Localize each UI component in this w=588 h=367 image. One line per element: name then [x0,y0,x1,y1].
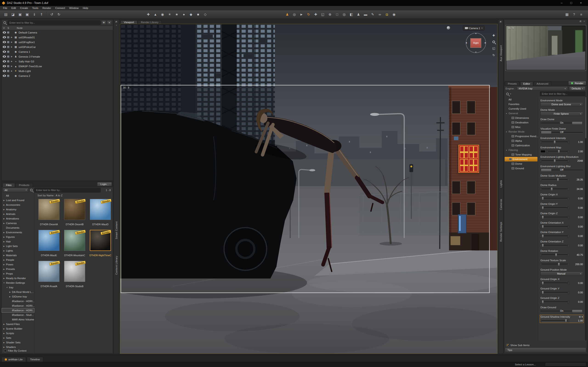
visibility-eye-icon[interactable] [3,56,6,58]
category-item[interactable]: ▶ Cameras [2,221,35,225]
menu-item[interactable]: Help [81,7,90,9]
expand-arrow-icon[interactable]: ▶ [3,250,5,252]
frame-view-icon[interactable]: ◱ [492,47,495,50]
parameter-row[interactable]: Environment Intensity 1.00 1.00 [540,136,584,144]
menu-item[interactable]: Window [67,7,81,9]
selectable-icon[interactable] [7,60,9,63]
side-tab[interactable]: Cameras [500,199,502,210]
tab-products[interactable]: Products [15,183,33,187]
expand-arrow-icon[interactable]: ▶ [3,337,5,339]
window-menu-icon[interactable]: ≡ [578,11,584,17]
parameter-slider[interactable]: 200.00 [540,262,583,266]
parameter-row[interactable]: Dome Orientation X 0.00 0.00 [540,221,584,229]
render-button[interactable]: Render [568,81,586,85]
universal-manipulator-icon[interactable]: ◎ [291,11,297,17]
show-sub-items-checkbox[interactable] [506,344,509,347]
category-item[interactable]: iRadiance - HDRI... [2,299,35,303]
settings-nav-item[interactable]: Ground [504,166,538,171]
selectable-icon[interactable] [7,46,9,48]
category-item[interactable]: ▶ Environments [2,230,35,235]
selectable-icon[interactable] [7,75,9,77]
settings-nav-item[interactable]: Optimization [504,143,538,148]
create-camera-icon[interactable]: ◉ [159,11,166,17]
create-null-icon[interactable]: ✚ [145,11,151,17]
defaults-button[interactable]: Defaults [569,86,586,91]
settings-nav-item[interactable]: ▼ Environment [505,157,537,161]
expand-arrow-icon[interactable]: ▶ [3,342,5,344]
parameter-slider[interactable]: 0.00 [540,225,583,229]
thumbnail-image[interactable]: Render [38,199,60,220]
menu-item[interactable]: Create [18,7,30,9]
side-tab[interactable]: Lights [500,180,502,187]
filter-by-context-checkbox[interactable] [4,349,7,352]
lock-icon[interactable]: ◘ [384,11,390,17]
active-pose-tool-icon[interactable]: ⊕ [327,11,333,17]
slider-nub[interactable] [555,253,557,257]
scene-node-row[interactable]: ▶ ▦ us03FogBox1 [2,40,113,44]
expand-arrow-icon[interactable]: ▶ [9,291,11,293]
tab-presets[interactable]: Presets [505,82,520,85]
menu-item[interactable]: File [1,7,9,9]
thumbnail-image[interactable]: Render [90,199,111,220]
show-sub-items-row[interactable]: Show Sub Items [506,344,530,347]
scale-tool-icon[interactable]: ◱ [320,11,326,17]
parameter-dropdown[interactable]: Dome and Scene [540,102,583,106]
orbit-view-icon[interactable]: ↻ [493,53,495,57]
scene-node-row[interactable]: ▶ ☀ Multi-Light [2,69,113,73]
tab-render-library[interactable]: Render Library [138,20,162,24]
slider-nub[interactable] [553,159,556,162]
selectable-icon[interactable] [7,56,9,58]
category-item[interactable]: ▶ Shaders [2,345,35,349]
category-item[interactable]: iRadiance - Stud... [2,313,35,317]
parameter-row[interactable]: Environment Lighting Blur Off Off [540,164,584,173]
expand-arrow-icon[interactable]: ▶ [10,56,13,58]
thumbnail-image[interactable]: Render [90,230,111,251]
undo-icon[interactable]: ↺ [49,11,55,17]
scene-node-row[interactable]: ▶ ≈ Sally Hair G3 [2,59,113,64]
thumbnail-image[interactable]: Render [38,230,60,251]
engine-dropdown[interactable]: NVIDIA Iray [517,86,568,91]
map-swatch[interactable] [540,150,545,153]
side-tab[interactable]: Content Library [115,256,118,275]
parameter-toggle[interactable]: Off [540,131,583,135]
parameter-row[interactable]: Dome Origin Y 0.00 0.00 [540,202,584,210]
parameter-row[interactable]: Environment Lighting Resolution 2048 204… [540,155,584,163]
settings-nav-item[interactable]: Misc [504,125,538,129]
slider-nub[interactable] [558,263,560,266]
tab-editor[interactable]: Editor [520,82,533,85]
thumbnail-image[interactable]: Render [38,261,60,282]
settings-filter-input[interactable] [540,92,586,96]
parameter-slider[interactable]: 34.96 [540,187,583,191]
scene-node-row[interactable]: ▶ ▦ us03PoliceCar [2,44,113,49]
parameter-slider[interactable]: 0.00 [540,196,583,200]
expand-arrow-icon[interactable]: ▸ [506,131,508,133]
expand-arrow-icon[interactable]: ▼ [6,286,8,289]
category-item[interactable]: ▶ Figures [2,235,35,239]
side-tab[interactable]: Aux Viewport [500,45,502,61]
expand-arrow-icon[interactable]: ▶ [3,264,5,266]
category-item[interactable]: Documents [2,225,35,230]
parameter-row[interactable]: Environment Mode Dome and Scene Dome and… [540,98,584,107]
connect-icon[interactable]: ∞ [377,11,383,17]
category-item[interactable]: ▶ Presets [2,267,35,271]
slider-nub[interactable] [542,300,544,303]
tips-bar[interactable]: Tips [505,348,586,352]
parameter-row[interactable]: Dome Origin Z 0.00 0.00 [540,211,584,219]
visibility-eye-icon[interactable] [3,36,6,38]
category-item[interactable]: iRadiance - HDRI... [2,308,35,313]
parameter-slider[interactable]: 1.00 [540,140,583,144]
expand-arrow-icon[interactable]: ▶ [3,346,5,348]
camera-selector[interactable]: Camera 1 ▾ [463,26,484,31]
selectable-icon[interactable] [7,65,9,67]
selectable-icon[interactable] [7,31,9,34]
settings-nav-item[interactable]: ▸ General [504,111,538,116]
orbit-up-icon[interactable]: ▲ [475,33,477,34]
visibility-eye-icon[interactable] [3,51,6,53]
category-item[interactable]: ▶ Light Sets [2,244,35,248]
expand-arrow-icon[interactable]: ▼ [3,282,5,284]
orbit-left-icon[interactable]: ◀ [466,42,467,44]
expand-arrow-icon[interactable]: ▶ [3,199,5,201]
parameter-slider[interactable]: 2048 [540,159,583,163]
category-item[interactable]: ▶ People [2,258,35,262]
create-dform-icon[interactable]: ◇ [202,11,208,17]
